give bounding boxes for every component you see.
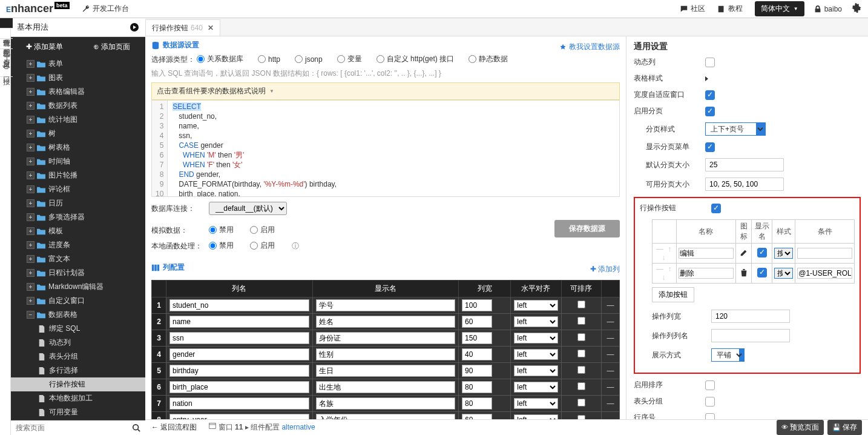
chat-icon xyxy=(680,5,688,13)
language-select[interactable]: 简体中文 xyxy=(755,1,804,16)
book-icon xyxy=(717,5,726,13)
settings-gear[interactable] xyxy=(851,2,862,15)
community-link[interactable]: 社区 xyxy=(680,4,705,14)
lock-icon xyxy=(814,5,822,13)
user-badge[interactable]: baibo xyxy=(814,5,842,13)
gear-icon xyxy=(851,2,862,13)
workbench-label: 开发工作台 xyxy=(93,4,129,14)
tutorial-link[interactable]: 教程 xyxy=(717,4,743,14)
wrench-icon xyxy=(82,5,90,13)
workbench-link[interactable]: 开发工作台 xyxy=(82,4,129,14)
top-bar: Enhancerbeta 开发工作台 社区 教程 简体中文 baibo xyxy=(0,0,868,18)
logo: Enhancerbeta xyxy=(6,2,70,15)
